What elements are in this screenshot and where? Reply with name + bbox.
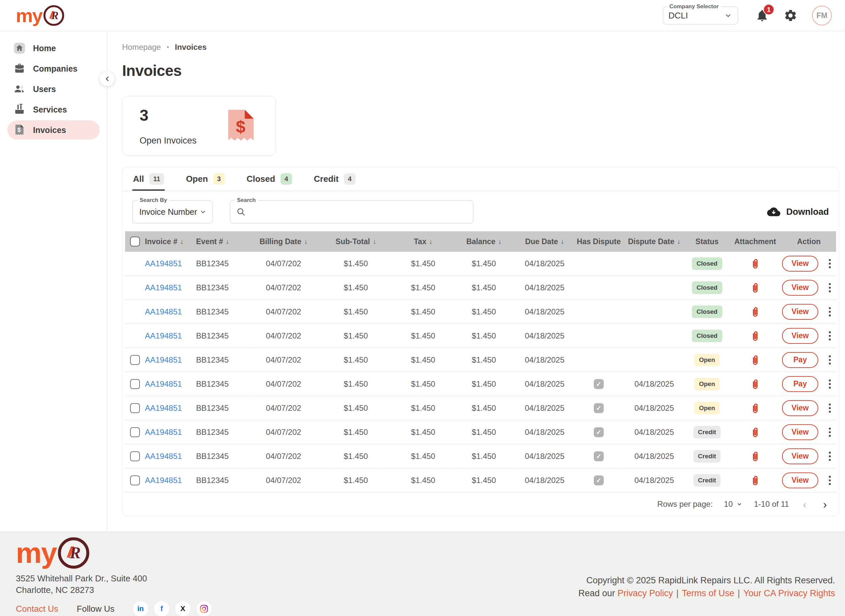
pay-button[interactable]: Pay — [782, 352, 818, 368]
row-checkbox[interactable] — [130, 427, 140, 437]
invoice-number-link[interactable]: AA194851 — [145, 331, 182, 340]
sidebar-collapse-button[interactable] — [99, 71, 115, 87]
row-checkbox[interactable] — [130, 379, 140, 389]
attachment-paperclip-icon[interactable] — [750, 475, 760, 486]
column-header-sub-total[interactable]: Sub-Total↓ — [318, 237, 394, 246]
legal-link-terms-of-use[interactable]: Terms of Use — [682, 588, 735, 598]
invoice-number-link[interactable]: AA194851 — [145, 380, 182, 389]
svg-text:$: $ — [18, 127, 21, 133]
column-header-due-date[interactable]: Due Date↓ — [515, 237, 574, 246]
rows-per-page-select[interactable]: 10 — [724, 500, 743, 509]
view-button[interactable]: View — [782, 328, 818, 344]
sidebar-item-services[interactable]: Services — [7, 100, 100, 119]
sidebar-item-companies[interactable]: Companies — [7, 59, 100, 78]
column-header-balance[interactable]: Balance↓ — [453, 237, 515, 246]
row-menu-kebab-icon[interactable] — [827, 426, 832, 438]
sort-arrow-icon: ↓ — [561, 238, 564, 245]
attachment-paperclip-icon[interactable] — [750, 403, 760, 414]
column-header-dispute-date[interactable]: Dispute Date↓ — [623, 237, 685, 246]
contact-us-link[interactable]: Contact Us — [16, 604, 59, 614]
attachment-paperclip-icon[interactable] — [750, 306, 760, 317]
invoice-receipt-icon: $ — [13, 124, 26, 136]
view-button[interactable]: View — [782, 304, 818, 320]
attachment-paperclip-icon[interactable] — [750, 354, 760, 365]
row-menu-kebab-icon[interactable] — [827, 258, 832, 270]
event-number: BB12345 — [196, 403, 249, 413]
avatar[interactable]: FM — [812, 6, 832, 25]
row-menu-kebab-icon[interactable] — [827, 282, 832, 294]
view-button[interactable]: View — [782, 256, 818, 271]
invoice-number-link[interactable]: AA194851 — [145, 307, 182, 317]
invoice-number-link[interactable]: AA194851 — [145, 259, 182, 268]
facebook-icon[interactable]: f — [154, 601, 169, 616]
download-button[interactable]: Download — [767, 206, 829, 217]
sidebar-item-users[interactable]: Users — [7, 79, 100, 99]
receipt-dollar-icon: $ — [225, 109, 257, 144]
invoice-number-link[interactable]: AA194851 — [145, 476, 182, 485]
row-checkbox[interactable] — [130, 355, 140, 365]
legal-link-privacy-policy[interactable]: Privacy Policy — [617, 588, 673, 598]
legal-link-your-ca-privacy-rights[interactable]: Your CA Privacy Rights — [743, 588, 835, 598]
row-menu-kebab-icon[interactable] — [827, 306, 832, 318]
attachment-paperclip-icon[interactable] — [750, 282, 760, 293]
attachment-paperclip-icon[interactable] — [750, 427, 760, 438]
sidebar-item-invoices[interactable]: $Invoices — [7, 120, 100, 139]
view-button[interactable]: View — [782, 424, 818, 440]
tab-all[interactable]: All11 — [132, 167, 165, 191]
next-page-button[interactable]: › — [821, 499, 829, 510]
notifications-button[interactable]: 1 — [755, 9, 769, 22]
pay-button[interactable]: Pay — [782, 376, 818, 392]
x-icon[interactable]: X — [175, 601, 191, 616]
select-all-checkbox[interactable] — [125, 236, 145, 246]
breadcrumb-homepage[interactable]: Homepage — [122, 43, 161, 52]
invoices-table: Invoice #↓Event #↓Billing Date↓Sub-Total… — [122, 231, 839, 493]
row-menu-kebab-icon[interactable] — [827, 474, 832, 486]
view-button[interactable]: View — [782, 280, 818, 296]
search-field[interactable]: Search — [230, 200, 473, 223]
row-checkbox[interactable] — [130, 451, 140, 461]
search-input[interactable] — [251, 207, 467, 217]
sidebar-item-home[interactable]: Home — [7, 39, 100, 58]
logo-r-mark-icon: R — [57, 537, 90, 569]
tab-credit[interactable]: Credit4 — [313, 167, 356, 191]
attachment-paperclip-icon[interactable] — [750, 258, 760, 269]
tab-closed[interactable]: Closed4 — [246, 167, 293, 191]
chevron-left-icon — [103, 75, 111, 83]
instagram-icon[interactable] — [196, 601, 212, 616]
view-button[interactable]: View — [782, 449, 818, 464]
legal-separator: | — [735, 588, 743, 598]
invoice-number-link[interactable]: AA194851 — [145, 452, 182, 461]
invoice-number-link[interactable]: AA194851 — [145, 403, 182, 413]
company-selector[interactable]: Company Selector DCLI — [663, 7, 738, 24]
table-row: AA194851BB1234504/07/202$1.450$1.450$1.4… — [125, 372, 836, 396]
tab-open[interactable]: Open3 — [185, 167, 225, 191]
column-header-tax[interactable]: Tax↓ — [394, 237, 453, 246]
search-by-select[interactable]: Search By Invoice Number — [132, 200, 213, 223]
row-menu-kebab-icon[interactable] — [827, 354, 832, 366]
row-menu-kebab-icon[interactable] — [827, 378, 832, 390]
attachment-paperclip-icon[interactable] — [750, 378, 760, 390]
previous-page-button[interactable]: ‹ — [800, 499, 809, 510]
view-button[interactable]: View — [782, 400, 818, 416]
invoice-number-link[interactable]: AA194851 — [145, 428, 182, 437]
attachment-paperclip-icon[interactable] — [750, 330, 760, 342]
invoice-number-link[interactable]: AA194851 — [145, 283, 182, 292]
row-menu-kebab-icon[interactable] — [827, 450, 832, 462]
invoice-number-link[interactable]: AA194851 — [145, 355, 182, 365]
view-button[interactable]: View — [782, 472, 818, 488]
column-header-event-[interactable]: Event #↓ — [196, 237, 249, 246]
breadcrumb: Homepage • Invoices — [122, 43, 839, 52]
row-menu-kebab-icon[interactable] — [827, 330, 832, 342]
row-menu-kebab-icon[interactable] — [827, 402, 832, 414]
column-header-invoice-[interactable]: Invoice #↓ — [145, 237, 196, 246]
dispute-date: 04/18/2025 — [623, 380, 685, 389]
attachment-paperclip-icon[interactable] — [750, 451, 760, 462]
due-date: 04/18/2025 — [515, 283, 574, 292]
column-header-billing-date[interactable]: Billing Date↓ — [249, 237, 318, 246]
due-date: 04/18/2025 — [515, 307, 574, 317]
row-checkbox[interactable] — [130, 475, 140, 485]
row-checkbox[interactable] — [130, 403, 140, 413]
settings-button[interactable] — [783, 9, 798, 22]
tax: $1.450 — [394, 452, 453, 461]
linkedin-icon[interactable]: in — [133, 601, 148, 616]
